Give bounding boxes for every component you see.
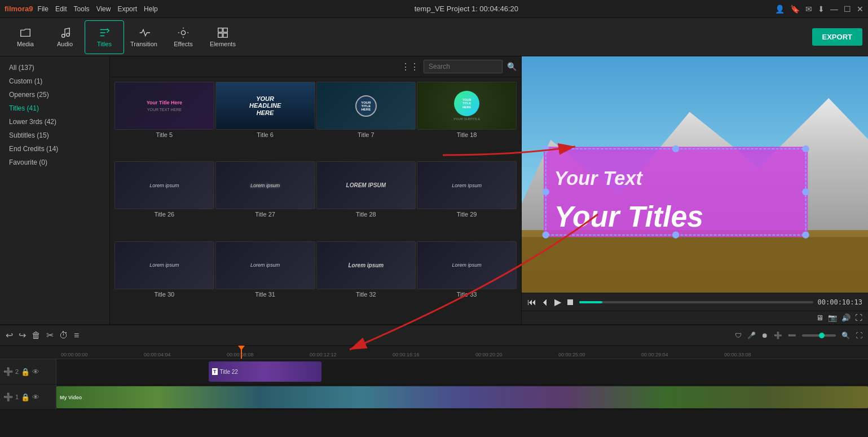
preview-progress-bar[interactable]: [579, 301, 813, 303]
thumb-title29[interactable]: Lorem Ipsum Title 29: [417, 161, 517, 240]
thumb-title31[interactable]: Lorem ipsum Title 31: [215, 241, 315, 320]
close-button[interactable]: ✕: [857, 5, 863, 14]
thumb-title28[interactable]: LOREM IPSUM Title 28: [316, 161, 416, 240]
sidebar-item-lower3rds[interactable]: Lower 3rds (42): [0, 115, 109, 129]
tl-minus-button[interactable]: ➖: [788, 332, 796, 339]
ruler-mark-0: 00:00:00:00: [61, 352, 144, 357]
thumb-title33[interactable]: Lorem ipsum Title 33: [417, 241, 517, 320]
sidebar-item-titles[interactable]: Titles (41): [0, 101, 109, 115]
toolbar-media[interactable]: Media: [6, 20, 45, 54]
svg-point-1: [67, 33, 70, 36]
track-lock-icon-1[interactable]: 🔒: [21, 393, 30, 401]
toolbar-audio[interactable]: Audio: [45, 20, 85, 54]
tl-record-button[interactable]: ⏺: [761, 332, 768, 339]
track-content-2: T Title 22: [56, 359, 868, 384]
thumb-title18[interactable]: YOURTITLEHERE YOUR SUBTITLE Title 18: [417, 82, 517, 160]
timeline-tracks: ➕ 2 🔒 👁 T Title 22 ➕ 1 🔒 👁: [0, 359, 868, 437]
svg-point-19: [542, 188, 549, 195]
tl-zoom-slider[interactable]: [802, 334, 836, 337]
tl-indent-button[interactable]: ≡: [74, 330, 79, 341]
toolbar-effects-label: Effects: [174, 41, 192, 47]
tl-mic-button[interactable]: 🎤: [747, 332, 756, 339]
search-button[interactable]: 🔍: [507, 62, 517, 71]
svg-point-15: [542, 232, 549, 239]
tl-delete-button[interactable]: 🗑: [32, 330, 41, 341]
thumb-title7[interactable]: YOURTITLEHERE Title 7: [316, 82, 416, 160]
video-clip-strip[interactable]: My Video: [56, 386, 868, 408]
download-icon[interactable]: ⬇: [818, 5, 825, 14]
thumb-t32-text: Lorem ipsum: [348, 262, 384, 268]
fullscreen-button[interactable]: ⛶: [855, 314, 862, 322]
maximize-button[interactable]: ☐: [844, 5, 851, 14]
tl-expand-button[interactable]: ⛶: [856, 332, 862, 339]
track-add-icon-1[interactable]: ➕: [3, 392, 13, 401]
track-eye-icon-1[interactable]: 👁: [32, 393, 39, 401]
toolbar-transition[interactable]: Transition: [124, 20, 164, 54]
preview-controls: ⏮ ⏴ ▶ ⏹ 00:00:10:13: [522, 293, 868, 311]
thumb-t5-maintxt: Your Title Here: [147, 100, 182, 105]
svg-point-16: [802, 232, 809, 239]
stop-button[interactable]: ⏹: [566, 297, 575, 307]
track-clip-title22[interactable]: T Title 22: [209, 361, 321, 382]
thumb-title6[interactable]: YOURHEADLINEHERE Title 6: [215, 82, 315, 160]
step-back-button[interactable]: ⏴: [541, 297, 550, 307]
play-button[interactable]: ▶: [554, 297, 561, 307]
svg-point-0: [62, 34, 65, 38]
preview-bottom-bar: 🖥 📷 🔊 ⛶: [522, 311, 868, 324]
ruler-mark-3: 00:00:12:12: [310, 352, 393, 357]
thumb-t30-text: Lorem ipsum: [149, 262, 179, 268]
track-add-icon[interactable]: ➕: [3, 367, 13, 376]
tl-add-button[interactable]: ➕: [774, 332, 782, 339]
video-clip-label: My Video: [60, 395, 82, 400]
thumb-title27[interactable]: Lorem ipsum Title 27: [215, 161, 315, 240]
sidebar-item-openers[interactable]: Openers (25): [0, 88, 109, 101]
sidebar-item-all[interactable]: All (137): [0, 61, 109, 74]
menu-file[interactable]: File: [38, 5, 49, 13]
timeline-area: ↩ ↪ 🗑 ✂ ⏱ ≡ 🛡 🎤 ⏺ ➕ ➖ 🔍 ⛶ 00:00:00:00 00…: [0, 324, 868, 437]
svg-rect-4: [223, 28, 227, 32]
content-panel: ⋮⋮ 🔍 Your Title Here YOUR TEXT HERE Titl…: [110, 56, 521, 324]
volume-button[interactable]: 🔊: [841, 314, 851, 322]
tl-cut-button[interactable]: ✂: [46, 330, 54, 341]
skip-back-button[interactable]: ⏮: [527, 297, 536, 307]
transition-icon: [138, 27, 150, 39]
content-toolbar: ⋮⋮ 🔍: [110, 56, 521, 77]
toolbar-effects[interactable]: Effects: [164, 20, 203, 54]
bookmark-icon[interactable]: 🔖: [790, 5, 800, 14]
thumb-t31-text: Lorem ipsum: [250, 262, 280, 268]
toolbar-titles[interactable]: Titles: [85, 20, 124, 54]
mail-icon[interactable]: ✉: [805, 5, 812, 14]
minimize-button[interactable]: —: [830, 5, 838, 14]
sidebar-item-subtitles[interactable]: Subtitles (15): [0, 129, 109, 142]
export-button[interactable]: EXPORT: [812, 28, 862, 46]
thumb-t28-text: LOREM IPSUM: [346, 182, 386, 188]
thumb-t18-inner: YOURTITLEHERE: [462, 98, 472, 109]
menu-tools[interactable]: Tools: [74, 5, 90, 13]
sidebar-item-endcredits[interactable]: End Credits (14): [0, 142, 109, 156]
timeline-ruler: 00:00:00:00 00:00:04:04 00:00:08:08 00:0…: [0, 346, 868, 359]
sidebar-item-favourite[interactable]: Favourite (0): [0, 156, 109, 169]
screenshot-button[interactable]: 📷: [828, 314, 837, 322]
track-eye-icon[interactable]: 👁: [32, 368, 39, 376]
tl-redo-button[interactable]: ↪: [19, 330, 26, 341]
menu-help[interactable]: Help: [144, 5, 158, 13]
thumb-title26[interactable]: Lorem ipsum Title 26: [114, 161, 214, 240]
thumb-title32[interactable]: Lorem ipsum Title 32: [316, 241, 416, 320]
tl-undo-button[interactable]: ↩: [6, 330, 13, 341]
search-input[interactable]: [424, 60, 503, 73]
grid-view-icon[interactable]: ⋮⋮: [401, 61, 419, 72]
menu-view[interactable]: View: [96, 5, 111, 13]
tl-shield-button[interactable]: 🛡: [735, 332, 742, 339]
menu-export[interactable]: Export: [117, 5, 137, 13]
track-lock-icon[interactable]: 🔒: [21, 368, 30, 376]
tl-clock-button[interactable]: ⏱: [59, 330, 68, 341]
sidebar-item-custom[interactable]: Custom (1): [0, 74, 109, 88]
ruler-mark-6: 00:00:25:00: [558, 352, 641, 357]
render-button[interactable]: 🖥: [816, 314, 823, 322]
account-icon[interactable]: 👤: [775, 5, 785, 14]
thumb-title5[interactable]: Your Title Here YOUR TEXT HERE Title 5: [114, 82, 214, 160]
tl-zoom-icon[interactable]: 🔍: [841, 332, 850, 339]
toolbar-elements[interactable]: Elements: [203, 20, 243, 54]
thumb-title30[interactable]: Lorem ipsum Title 30: [114, 241, 214, 320]
menu-edit[interactable]: Edit: [55, 5, 67, 13]
